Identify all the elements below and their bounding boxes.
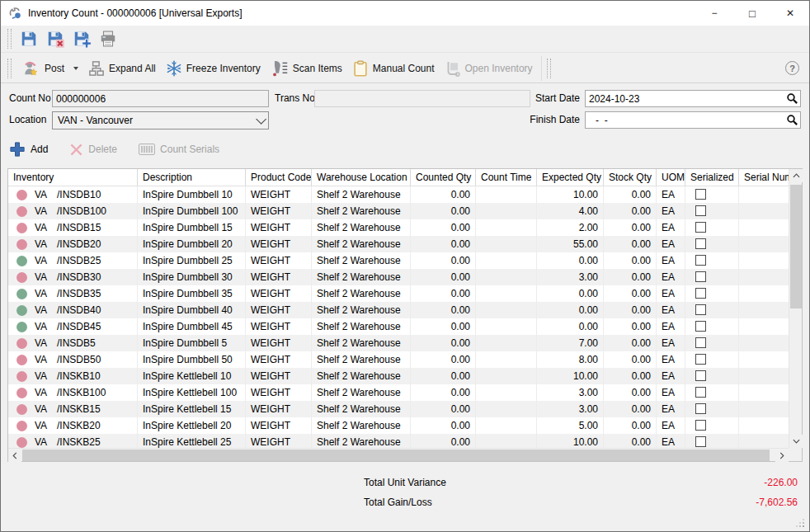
col-header-counted-qty[interactable]: Counted Qty	[411, 169, 476, 186]
serialized-checkbox[interactable]	[695, 222, 706, 233]
row-serial-numbers	[739, 302, 789, 318]
table-row[interactable]: VA /INSDB50 InSpire Dumbbell 50 WEIGHT S…	[8, 351, 789, 368]
start-date-lookup-button[interactable]	[784, 92, 799, 106]
post-dropdown-arrow[interactable]	[73, 67, 78, 70]
save-close-button[interactable]	[44, 27, 67, 50]
row-counted-qty[interactable]: 0.00	[411, 236, 476, 252]
close-button[interactable]: ✕	[771, 1, 809, 26]
finish-date-lookup-button[interactable]	[784, 113, 799, 127]
row-counted-qty[interactable]: 0.00	[411, 318, 476, 335]
row-expected-qty: 8.00	[537, 351, 604, 368]
toolbar-grip[interactable]	[547, 59, 551, 78]
finish-date-input[interactable]	[585, 111, 801, 129]
scroll-down-arrow[interactable]	[789, 435, 803, 448]
row-counted-qty[interactable]: 0.00	[411, 186, 476, 203]
print-button[interactable]	[97, 27, 120, 50]
vertical-scrollbar[interactable]	[789, 169, 802, 448]
delete-button[interactable]: Delete	[69, 143, 117, 157]
serialized-checkbox[interactable]	[695, 337, 706, 348]
count-serials-button[interactable]: Count Serials	[139, 144, 219, 155]
open-inventory-button[interactable]: Open Inventory	[440, 58, 538, 79]
row-counted-qty[interactable]: 0.00	[411, 203, 476, 219]
start-date-input[interactable]	[585, 90, 801, 107]
freeze-inventory-button[interactable]: Freeze Inventory	[161, 58, 266, 79]
row-serial-numbers	[739, 285, 789, 302]
row-counted-qty[interactable]: 0.00	[411, 302, 476, 318]
row-counted-qty[interactable]: 0.00	[411, 219, 476, 236]
row-counted-qty[interactable]: 0.00	[411, 434, 476, 448]
table-row[interactable]: VA /INSDB30 InSpire Dumbbell 30 WEIGHT S…	[8, 269, 789, 285]
table-row[interactable]: VA /INSDB100 InSpire Dumbbell 100 WEIGHT…	[8, 203, 789, 219]
table-row[interactable]: VA /INSDB10 InSpire Dumbbell 10 WEIGHT S…	[8, 186, 789, 203]
scan-items-button[interactable]: Scan Items	[266, 57, 347, 80]
add-button[interactable]: Add	[9, 141, 48, 158]
expand-all-button[interactable]: Expand All	[83, 58, 161, 79]
scroll-up-arrow[interactable]	[789, 169, 803, 182]
col-header-uom[interactable]: UOM	[657, 169, 685, 186]
serialized-checkbox[interactable]	[695, 436, 706, 447]
table-row[interactable]: VA /INSDB35 InSpire Dumbbell 35 WEIGHT S…	[8, 285, 789, 302]
serialized-checkbox[interactable]	[695, 420, 706, 431]
row-counted-qty[interactable]: 0.00	[411, 384, 476, 401]
row-counted-qty[interactable]: 0.00	[411, 368, 476, 384]
row-counted-qty[interactable]: 0.00	[411, 401, 476, 417]
maximize-button[interactable]: □	[733, 1, 771, 26]
save-button[interactable]	[17, 27, 40, 50]
manual-count-button[interactable]: Manual Count	[347, 58, 440, 79]
toolbar-grip[interactable]	[7, 29, 12, 49]
serialized-checkbox[interactable]	[695, 403, 706, 414]
serialized-checkbox[interactable]	[695, 238, 706, 249]
serialized-checkbox[interactable]	[695, 255, 706, 266]
col-header-serialized[interactable]: Serialized	[685, 169, 739, 186]
col-header-inventory[interactable]: Inventory	[8, 169, 138, 186]
col-header-count-time[interactable]: Count Time	[476, 169, 537, 186]
col-header-expected-qty[interactable]: Expected Qty	[537, 169, 604, 186]
horizontal-scroll-thumb[interactable]	[22, 450, 770, 461]
table-row[interactable]: VA /INSDB20 InSpire Dumbbell 20 WEIGHT S…	[8, 236, 789, 252]
minimize-button[interactable]: −	[695, 1, 733, 26]
col-header-warehouse-location[interactable]: Warehouse Location	[312, 169, 411, 186]
col-header-product-code[interactable]: Product Code	[246, 169, 312, 186]
table-row[interactable]: VA /INSDB5 InSpire Dumbbell 5 WEIGHT She…	[8, 335, 789, 351]
serialized-checkbox[interactable]	[695, 288, 706, 299]
serialized-checkbox[interactable]	[695, 370, 706, 381]
serialized-checkbox[interactable]	[695, 189, 706, 200]
table-row[interactable]: VA /INSKB25 InSpire Kettlebell 25 WEIGHT…	[8, 434, 789, 448]
serialized-checkbox[interactable]	[695, 321, 706, 332]
col-header-stock-qty[interactable]: Stock Qty	[604, 169, 657, 186]
row-counted-qty[interactable]: 0.00	[411, 285, 476, 302]
serialized-checkbox[interactable]	[695, 271, 706, 282]
serialized-checkbox[interactable]	[695, 354, 706, 365]
horizontal-scrollbar[interactable]	[8, 448, 789, 461]
vertical-scroll-thumb[interactable]	[790, 185, 802, 308]
save-new-button[interactable]	[70, 27, 93, 50]
table-row[interactable]: VA /INSKB20 InSpire Kettlebell 20 WEIGHT…	[8, 417, 789, 434]
table-row[interactable]: VA /INSDB15 InSpire Dumbbell 15 WEIGHT S…	[8, 219, 789, 236]
count-no-input[interactable]	[52, 90, 269, 107]
row-counted-qty[interactable]: 0.00	[411, 351, 476, 368]
scroll-left-arrow[interactable]	[8, 449, 21, 462]
row-counted-qty[interactable]: 0.00	[411, 269, 476, 285]
table-row[interactable]: VA /INSKB10 InSpire Kettlebell 10 WEIGHT…	[8, 368, 789, 384]
row-counted-qty[interactable]: 0.00	[411, 335, 476, 351]
table-row[interactable]: VA /INSDB25 InSpire Dumbbell 25 WEIGHT S…	[8, 252, 789, 269]
print-icon	[99, 30, 117, 48]
col-header-description[interactable]: Description	[138, 169, 246, 186]
table-row[interactable]: VA /INSDB45 InSpire Dumbbell 45 WEIGHT S…	[8, 318, 789, 335]
serialized-checkbox[interactable]	[695, 387, 706, 398]
row-location: Shelf 2 Warehouse	[312, 269, 411, 285]
table-row[interactable]: VA /INSDB40 InSpire Dumbbell 40 WEIGHT S…	[8, 302, 789, 318]
help-icon[interactable]: ?	[785, 61, 799, 75]
post-button[interactable]: Post	[17, 57, 83, 80]
resize-grip[interactable]	[803, 525, 804, 527]
post-label: Post	[45, 63, 64, 74]
table-row[interactable]: VA /INSKB15 InSpire Kettlebell 15 WEIGHT…	[8, 401, 789, 417]
toolbar-grip[interactable]	[7, 59, 12, 78]
location-select[interactable]: VAN - Vancouver	[52, 111, 269, 129]
row-counted-qty[interactable]: 0.00	[411, 417, 476, 434]
scroll-right-arrow[interactable]	[775, 449, 789, 462]
serialized-checkbox[interactable]	[695, 205, 706, 216]
row-counted-qty[interactable]: 0.00	[411, 252, 476, 269]
serialized-checkbox[interactable]	[695, 304, 706, 315]
table-row[interactable]: VA /INSKB100 InSpire Kettlebell 100 WEIG…	[8, 384, 789, 401]
